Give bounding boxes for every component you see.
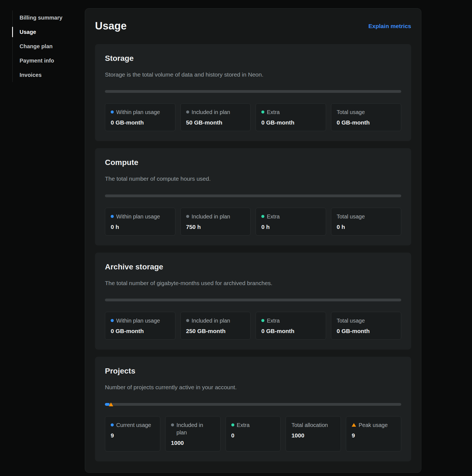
sidebar-item-invoices[interactable]: Invoices: [13, 68, 85, 82]
stat-label-row: Total allocation: [291, 421, 335, 429]
card-title: Projects: [105, 367, 401, 375]
card-description: The total number of compute hours used.: [105, 175, 401, 183]
stat-label: Extra: [267, 317, 280, 324]
usage-progress-bar: [105, 299, 401, 301]
card-description: Storage is the total volume of data and …: [105, 71, 401, 79]
peak-triangle-icon: [352, 423, 356, 427]
stat-label: Total usage: [337, 109, 365, 116]
stat-value: 0 GB-month: [111, 328, 170, 334]
stat-value: 250 GB-month: [186, 328, 245, 334]
stat-label-row: Extra: [231, 421, 275, 429]
stats-row: Within plan usage0 GB-monthIncluded in p…: [105, 312, 401, 340]
stat-label-row: Total usage: [337, 109, 396, 116]
stat-current-usage: Current usage9: [105, 416, 160, 451]
stat-extra: Extra0 GB-month: [256, 312, 326, 340]
stat-extra: Extra0 h: [256, 208, 326, 236]
cards: Storage Storage is the total volume of d…: [95, 44, 411, 461]
card-description: The total number of gigabyte-months used…: [105, 279, 401, 287]
stats-row: Within plan usage0 GB-monthIncluded in p…: [105, 103, 401, 131]
dot-blue-icon: [111, 215, 114, 218]
sidebar-item-change-plan[interactable]: Change plan: [13, 39, 85, 53]
usage-progress-bar: [105, 194, 401, 197]
stat-label: Total allocation: [291, 421, 328, 429]
card-title: Archive storage: [105, 263, 401, 271]
stat-value: 9: [111, 432, 154, 439]
dot-green-icon: [231, 423, 234, 426]
stat-label: Current usage: [116, 421, 151, 429]
billing-page: Billing summaryUsageChange planPayment i…: [0, 0, 472, 476]
stat-extra: Extra0 GB-month: [256, 103, 326, 131]
card-title: Compute: [105, 158, 401, 167]
stats-row: Within plan usage0 hIncluded in plan750 …: [105, 208, 401, 236]
stat-label-row: Within plan usage: [111, 213, 170, 220]
stat-value: 0 h: [337, 224, 396, 230]
dot-gray-icon: [186, 319, 189, 322]
stat-label: Extra: [237, 421, 250, 429]
dot-gray-icon: [186, 110, 189, 113]
stat-value: 0 GB-month: [337, 119, 396, 126]
stat-label-row: Included in plan: [186, 109, 245, 116]
explain-metrics-link[interactable]: Explain metrics: [368, 23, 411, 29]
stat-within-plan-usage: Within plan usage0 h: [105, 208, 175, 236]
stat-included-in-plan: Included in plan750 h: [180, 208, 251, 236]
usage-card-storage: Storage Storage is the total volume of d…: [95, 44, 411, 141]
stat-value: 0 GB-month: [261, 119, 320, 126]
usage-panel: Usage Explain metrics Storage Storage is…: [85, 8, 421, 473]
stat-label-row: Total usage: [337, 213, 396, 220]
sidebar-item-billing-summary[interactable]: Billing summary: [13, 10, 85, 25]
usage-progress-bar: [105, 403, 401, 406]
stat-value: 0 GB-month: [337, 328, 396, 334]
stat-value: 9: [352, 432, 395, 439]
dot-green-icon: [261, 215, 264, 218]
dot-blue-icon: [111, 423, 114, 426]
stat-value: 750 h: [186, 224, 245, 230]
sidebar-item-payment-info[interactable]: Payment info: [13, 53, 85, 68]
stat-included-in-plan: Included in plan50 GB-month: [180, 103, 251, 131]
stat-value: 1000: [171, 440, 215, 446]
stat-label-row: Extra: [261, 109, 320, 116]
stat-label: Total usage: [337, 317, 365, 324]
stat-extra: Extra0: [226, 416, 281, 451]
billing-sidebar: Billing summaryUsageChange planPayment i…: [0, 0, 85, 82]
stat-label-row: Within plan usage: [111, 109, 170, 116]
sidebar-nav: Billing summaryUsageChange planPayment i…: [12, 10, 85, 82]
stat-label-row: Extra: [261, 213, 320, 220]
stat-label-row: Total usage: [337, 317, 396, 324]
peak-marker-icon: [109, 402, 113, 406]
stat-value: 1000: [291, 432, 335, 439]
stat-label-row: Peak usage: [352, 421, 395, 429]
stat-label-row: Extra: [261, 317, 320, 324]
stat-peak-usage: Peak usage9: [346, 416, 401, 451]
stat-value: 0 h: [261, 224, 320, 230]
stat-total-usage: Total usage0 GB-month: [331, 103, 402, 131]
stat-label: Included in plan: [192, 213, 230, 220]
stat-label-row: Included in plan: [186, 317, 245, 324]
stat-within-plan-usage: Within plan usage0 GB-month: [105, 312, 175, 340]
stat-included-in-plan: Included in plan1000: [165, 416, 221, 451]
dot-green-icon: [261, 319, 264, 322]
stat-value: 0 GB-month: [261, 328, 320, 334]
stat-value: 0 GB-month: [111, 119, 170, 126]
stat-value: 0 h: [111, 224, 170, 230]
dot-gray-icon: [186, 215, 189, 218]
stat-label: Extra: [267, 109, 280, 116]
stats-row: Current usage9Included in plan1000Extra0…: [105, 416, 401, 451]
dot-blue-icon: [111, 319, 114, 322]
page-title: Usage: [95, 20, 127, 32]
sidebar-item-usage[interactable]: Usage: [13, 25, 85, 39]
usage-card-projects: Projects Number of projects currently ac…: [95, 357, 411, 461]
stat-total-allocation: Total allocation1000: [286, 416, 341, 451]
usage-progress-bar: [105, 90, 401, 93]
stat-label-row: Current usage: [111, 421, 154, 429]
usage-card-compute: Compute The total number of compute hour…: [95, 148, 411, 245]
dot-blue-icon: [111, 110, 114, 113]
stat-total-usage: Total usage0 GB-month: [331, 312, 402, 340]
card-description: Number of projects currently active in y…: [105, 383, 401, 391]
card-title: Storage: [105, 54, 401, 63]
stat-value: 0: [231, 432, 275, 439]
stat-label: Within plan usage: [116, 317, 160, 324]
dot-gray-icon: [171, 423, 174, 426]
stat-label: Peak usage: [359, 421, 388, 429]
stat-label: Included in plan: [192, 109, 230, 116]
stat-label: Within plan usage: [116, 213, 160, 220]
